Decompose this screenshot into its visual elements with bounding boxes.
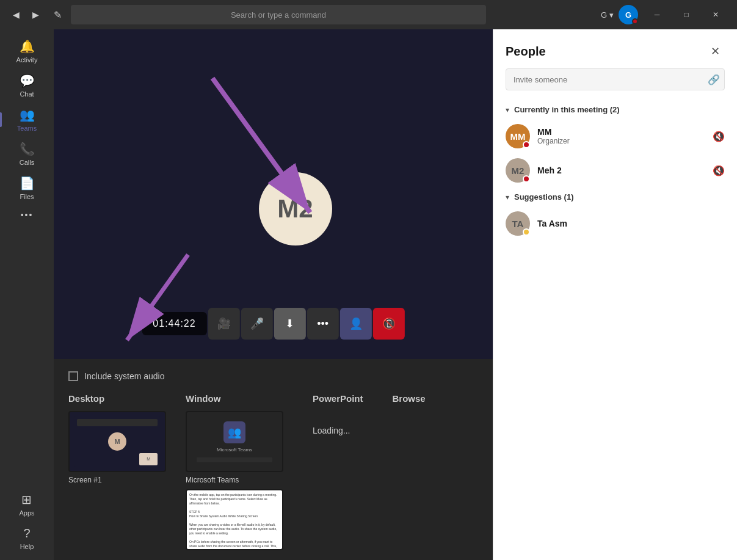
teams-thumbnail[interactable]: 👥 Microsoft Teams Microsoft Teams [186,411,283,484]
status-dot-ta [523,228,530,236]
mute-icon-mm: 🔇 [713,131,725,142]
status-dot-mm [523,141,530,148]
sidebar-item-label: Apps [19,509,34,517]
article-box[interactable]: On the mobile app, tap on the participan… [186,489,283,550]
teams-box[interactable]: 👥 Microsoft Teams [186,411,283,472]
people-close-button[interactable]: ✕ [705,42,725,61]
people-title: People [506,45,546,59]
minimize-button[interactable]: ─ [643,5,671,24]
people-button[interactable]: 👤 [340,308,372,340]
suggestions-label: Suggestions (1) [514,192,574,202]
hangup-button[interactable]: 📵 [373,308,405,340]
sidebar-item-label: Files [20,193,34,200]
person-row-ta: TA Ta Asm [493,206,737,241]
person-row-m2: M2 Meh 2 🔇 [493,153,737,187]
sidebar-item-files[interactable]: 📄 Files [0,171,54,205]
avatar[interactable]: G [619,5,638,24]
screen-thumb: M M [70,412,165,471]
help-icon: ? [23,526,30,540]
person-avatar-ta: TA [506,211,530,236]
sidebar-item-label: Teams [17,125,37,132]
person-info-mm: MM Organizer [537,127,705,145]
powerpoint-column: PowerPoint Loading... Browse [313,393,426,554]
maximize-button[interactable]: □ [672,5,700,24]
share-icon: ⬇ [285,317,294,330]
person-avatar-mm: MM [506,124,530,148]
include-audio-row: Include system audio [68,371,478,381]
desktop-column: Desktop M M Scr [68,393,166,554]
more-icon: ••• [21,210,34,220]
article-thumbnail[interactable]: On the mobile app, tap on the participan… [186,489,283,550]
video-avatar: M2 [259,172,332,245]
include-audio-checkbox[interactable] [68,371,78,381]
video-area: M2 01:44:22 🎥 🎤 [54,29,493,359]
share-panel: Include system audio Desktop M [54,359,493,560]
back-button[interactable]: ◀ [7,6,24,23]
person-row-mm: MM MM Organizer 🔇 [493,119,737,153]
apps-icon: ⊞ [21,492,32,507]
titlebar: ◀ ▶ ✎ G ▾ G ─ □ ✕ [0,0,737,29]
video-off-icon: 🎥 [217,317,231,330]
person-info-ta: Ta Asm [537,219,725,228]
chevron-down-icon: ▾ [609,10,614,20]
sidebar-item-label: Chat [20,90,34,98]
sidebar-item-more[interactable]: ••• [0,205,54,225]
person-name-mm: MM [537,127,705,137]
person-avatar-m2: M2 [506,158,530,183]
suggestions-section-header[interactable]: ▾ Suggestions (1) [493,187,737,206]
calls-icon: 📞 [20,142,35,156]
teams-icon: 👥 [20,107,35,122]
sidebar-item-apps[interactable]: ⊞ Apps [19,487,34,522]
in-meeting-section-header[interactable]: ▾ Currently in this meeting (2) [493,100,737,119]
arrow-annotation-2 [109,359,219,365]
call-timer: 01:44:22 [142,312,206,335]
people-icon: 👤 [349,317,363,330]
chevron-icon-suggestions: ▾ [506,193,509,202]
content-area: M2 01:44:22 🎥 🎤 [54,29,493,560]
screen1-box[interactable]: M M [68,411,166,472]
more-button[interactable]: ••• [307,308,339,340]
video-toggle-button[interactable]: 🎥 [208,308,240,340]
screen1-thumbnail[interactable]: M M Screen #1 [68,411,166,484]
browse-button[interactable]: Browse [393,393,426,404]
tenant-label: G [601,10,607,20]
sidebar-item-label: Calls [20,159,34,166]
files-icon: 📄 [20,176,35,191]
sidebar-item-label: Help [20,543,34,550]
nav-buttons: ◀ ▶ [7,6,44,23]
sidebar-item-calls[interactable]: 📞 Calls [0,137,54,171]
window-controls: ─ □ ✕ [643,5,730,24]
teams-thumb: 👥 Microsoft Teams [187,412,282,471]
call-controls: 01:44:22 🎥 🎤 ⬇ ••• 👤 📵 [142,308,404,340]
chat-icon: 💬 [20,73,35,88]
sidebar-item-teams[interactable]: 👥 Teams [0,103,54,137]
avatar-badge [632,18,638,24]
tenant-button[interactable]: G ▾ [601,10,614,20]
article-thumb: On the mobile app, tap on the participan… [187,490,282,549]
sidebar-item-help[interactable]: ? Help [19,522,34,555]
main-layout: 🔔 Activity 💬 Chat 👥 Teams 📞 Calls 📄 File… [0,29,737,560]
screen1-label: Screen #1 [68,476,166,484]
more-options-icon: ••• [317,318,329,330]
compose-button[interactable]: ✎ [49,6,66,23]
people-panel: People ✕ 🔗 ▾ Currently in this meeting (… [493,29,737,560]
status-dot-m2 [523,175,530,183]
close-button[interactable]: ✕ [702,5,730,24]
in-meeting-label: Currently in this meeting (2) [514,105,620,114]
sidebar-item-chat[interactable]: 💬 Chat [0,68,54,103]
screen-mini-avatar: M [108,432,126,451]
titlebar-right: G ▾ G ─ □ ✕ [601,5,730,24]
search-input[interactable] [71,5,486,24]
invite-input[interactable] [506,68,725,90]
share-button[interactable]: ⬇ [274,308,306,340]
activity-icon: 🔔 [20,39,35,54]
powerpoint-label: PowerPoint [313,393,363,404]
sidebar-item-activity[interactable]: 🔔 Activity [0,34,54,68]
person-name-ta: Ta Asm [537,219,725,228]
desktop-label: Desktop [68,393,166,404]
mic-muted-icon: 🎤 [250,317,264,330]
forward-button[interactable]: ▶ [27,6,44,23]
mute-button[interactable]: 🎤 [241,308,273,340]
invite-link-button[interactable]: 🔗 [708,74,720,85]
mute-icon-m2: 🔇 [713,165,725,176]
